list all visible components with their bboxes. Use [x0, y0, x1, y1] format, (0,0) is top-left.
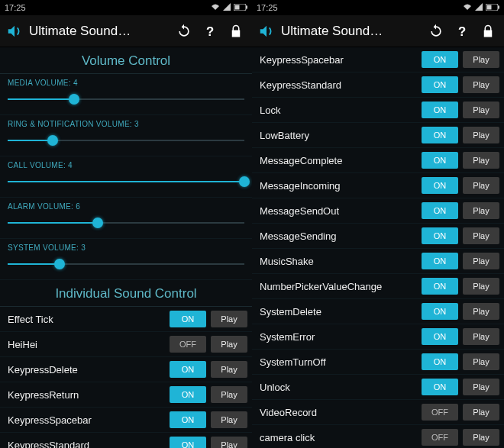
sound-name: MessageIncoming: [260, 180, 422, 192]
sound-row: KeypressSpacebarONPlay: [0, 408, 252, 433]
section-volume-control: Volume Control: [0, 47, 252, 74]
play-button[interactable]: Play: [463, 102, 499, 118]
toggle-button[interactable]: ON: [170, 411, 206, 428]
play-button[interactable]: Play: [463, 278, 499, 295]
toggle-button[interactable]: ON: [170, 361, 206, 378]
svg-rect-5: [487, 5, 492, 10]
sound-row: LowBatteryONPlay: [252, 123, 504, 148]
sound-row: KeypressStandardONPlay: [252, 73, 504, 98]
volume-slider[interactable]: [8, 256, 244, 272]
play-button[interactable]: Play: [463, 353, 499, 370]
toggle-button[interactable]: ON: [170, 437, 206, 448]
svg-rect-6: [498, 6, 499, 9]
volume-slider[interactable]: [8, 133, 244, 148]
sound-name: Lock: [260, 105, 422, 116]
play-button[interactable]: Play: [211, 386, 247, 403]
svg-rect-2: [246, 6, 247, 9]
help-icon[interactable]: ?: [452, 24, 472, 39]
volume-slider[interactable]: [8, 92, 244, 107]
slider-block: CALL VOLUME: 4: [0, 156, 252, 198]
content-right: KeypressSpacebarONPlayKeypressStandardON…: [252, 47, 504, 448]
toggle-button[interactable]: ON: [422, 353, 458, 370]
toggle-button[interactable]: ON: [422, 76, 458, 93]
play-button[interactable]: Play: [463, 177, 499, 194]
sound-row: UnlockONPlay: [252, 375, 504, 400]
help-icon[interactable]: ?: [200, 24, 220, 39]
sound-name: SystemDelete: [260, 306, 422, 317]
sound-name: KeypressDelete: [8, 364, 170, 375]
play-button[interactable]: Play: [463, 303, 499, 320]
sound-row: NumberPickerValueChangeONPlay: [252, 274, 504, 299]
sound-row: HeiHeiOFFPlay: [0, 332, 252, 357]
sound-row: VideoRecordOFFPlay: [252, 400, 504, 425]
sound-name: MessageSending: [260, 230, 422, 242]
lock-icon[interactable]: [226, 24, 246, 39]
sound-name: HeiHei: [8, 339, 170, 350]
play-button[interactable]: Play: [211, 437, 247, 448]
sound-name: SystemError: [260, 331, 422, 343]
play-button[interactable]: Play: [463, 328, 499, 345]
sound-name: NumberPickerValueChange: [260, 281, 422, 292]
slider-label: CALL VOLUME: 4: [8, 161, 244, 169]
play-button[interactable]: Play: [211, 411, 247, 428]
lock-icon[interactable]: [478, 24, 498, 39]
sound-row: MusicShakeONPlay: [252, 249, 504, 274]
volume-slider[interactable]: [8, 174, 244, 189]
slider-block: RING & NOTIFICATION VOLUME: 3: [0, 115, 252, 156]
sound-row: SystemErrorONPlay: [252, 324, 504, 350]
refresh-icon[interactable]: [426, 24, 446, 39]
volume-slider[interactable]: [8, 215, 244, 230]
signal-icon: [223, 3, 231, 12]
toggle-button[interactable]: ON: [422, 328, 458, 345]
app-bar: Ultimate Sound… ?: [252, 15, 504, 47]
play-button[interactable]: Play: [463, 227, 499, 244]
sound-name: LowBattery: [260, 130, 422, 141]
toggle-button[interactable]: ON: [422, 278, 458, 295]
toggle-button[interactable]: ON: [170, 311, 206, 327]
play-button[interactable]: Play: [211, 336, 247, 353]
play-button[interactable]: Play: [463, 76, 499, 93]
screen-left: 17:25 Ultimate Sound… ? Volume Control M…: [0, 0, 252, 448]
status-bar: 17:25: [252, 0, 504, 15]
toggle-button[interactable]: ON: [422, 102, 458, 118]
refresh-icon[interactable]: [174, 24, 194, 39]
toggle-button[interactable]: ON: [422, 152, 458, 169]
toggle-button[interactable]: ON: [422, 51, 458, 68]
sound-row: KeypressDeleteONPlay: [0, 357, 252, 382]
toggle-button[interactable]: ON: [422, 177, 458, 194]
play-button[interactable]: Play: [463, 51, 499, 68]
sound-row: KeypressReturnONPlay: [0, 382, 252, 408]
toggle-button[interactable]: ON: [422, 253, 458, 269]
play-button[interactable]: Play: [463, 379, 499, 395]
play-button[interactable]: Play: [463, 429, 499, 446]
toggle-button[interactable]: OFF: [422, 429, 458, 446]
sound-name: KeypressSpacebar: [8, 414, 170, 426]
content-left: Volume Control MEDIA VOLUME: 4RING & NOT…: [0, 47, 252, 448]
play-button[interactable]: Play: [463, 152, 499, 169]
sound-name: KeypressStandard: [8, 440, 170, 449]
toggle-button[interactable]: ON: [422, 202, 458, 219]
svg-text:?: ?: [206, 24, 214, 38]
play-button[interactable]: Play: [211, 361, 247, 378]
sound-name: VideoRecord: [260, 407, 422, 418]
toggle-button[interactable]: OFF: [170, 336, 206, 353]
play-button[interactable]: Play: [463, 404, 499, 421]
toggle-button[interactable]: ON: [170, 386, 206, 403]
app-bar: Ultimate Sound… ?: [0, 15, 252, 47]
toggle-button[interactable]: ON: [422, 303, 458, 320]
slider-block: SYSTEM VOLUME: 3: [0, 239, 252, 280]
sound-row: LockONPlay: [252, 98, 504, 123]
play-button[interactable]: Play: [211, 311, 247, 327]
toggle-button[interactable]: OFF: [422, 404, 458, 421]
play-button[interactable]: Play: [463, 253, 499, 269]
play-button[interactable]: Play: [463, 202, 499, 219]
status-time-right: 17:25: [257, 3, 278, 12]
sound-row: SystemDeleteONPlay: [252, 299, 504, 324]
toggle-button[interactable]: ON: [422, 127, 458, 143]
sound-name: Effect Tick: [8, 314, 170, 325]
slider-label: SYSTEM VOLUME: 3: [8, 243, 244, 252]
sound-row: camera clickOFFPlay: [252, 425, 504, 448]
toggle-button[interactable]: ON: [422, 379, 458, 395]
toggle-button[interactable]: ON: [422, 227, 458, 244]
play-button[interactable]: Play: [463, 127, 499, 143]
